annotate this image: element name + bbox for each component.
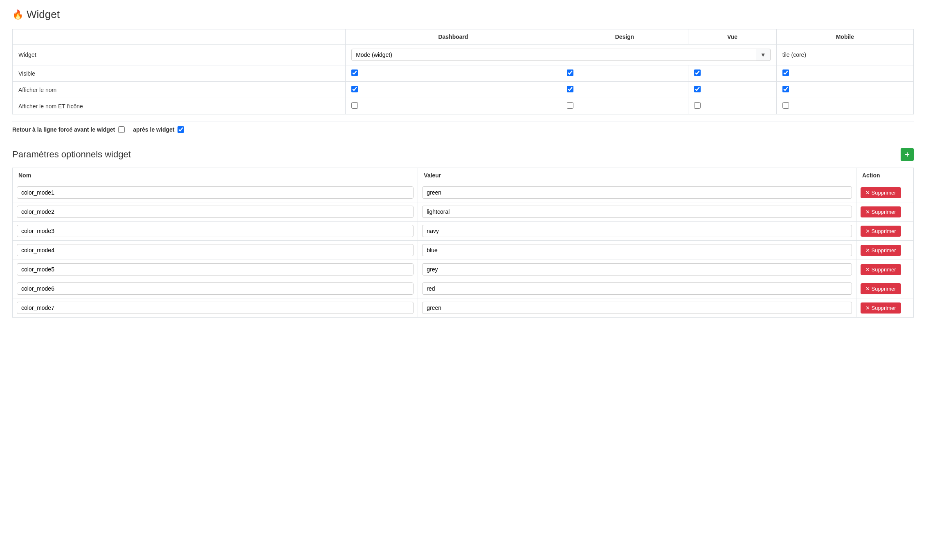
delete-button-4[interactable]: ✕ Supprimer bbox=[861, 264, 901, 275]
param-nom-input-4[interactable] bbox=[17, 263, 414, 276]
param-valeur-cell-1 bbox=[418, 202, 856, 222]
table-row: ✕ Supprimer bbox=[13, 298, 914, 318]
afficher-nom-vue-cell bbox=[688, 82, 777, 98]
param-nom-cell-0 bbox=[13, 183, 418, 202]
param-valeur-input-0[interactable] bbox=[422, 186, 852, 199]
col-header-nom: Nom bbox=[13, 168, 418, 183]
linebreak-after-checkbox[interactable] bbox=[178, 126, 184, 133]
delete-button-5[interactable]: ✕ Supprimer bbox=[861, 283, 901, 294]
afficher-nom-dashboard-checkbox[interactable] bbox=[351, 86, 358, 92]
param-valeur-cell-4 bbox=[418, 260, 856, 279]
linebreak-after-label: après le widget bbox=[133, 126, 174, 133]
table-row: ✕ Supprimer bbox=[13, 260, 914, 279]
table-row-visible: Visible bbox=[13, 65, 914, 82]
param-nom-cell-6 bbox=[13, 298, 418, 318]
afficher-icone-mobile-checkbox[interactable] bbox=[782, 102, 789, 109]
param-action-cell-4: ✕ Supprimer bbox=[856, 260, 914, 279]
param-nom-cell-4 bbox=[13, 260, 418, 279]
delete-button-6[interactable]: ✕ Supprimer bbox=[861, 302, 901, 314]
param-valeur-cell-6 bbox=[418, 298, 856, 318]
params-table: Nom Valeur Action ✕ Supprimer✕ Supprimer… bbox=[12, 168, 914, 318]
delete-button-1[interactable]: ✕ Supprimer bbox=[861, 206, 901, 217]
param-valeur-input-5[interactable] bbox=[422, 282, 852, 295]
afficher-nom-mobile-checkbox[interactable] bbox=[782, 86, 789, 92]
param-valeur-input-1[interactable] bbox=[422, 206, 852, 218]
param-nom-cell-1 bbox=[13, 202, 418, 222]
param-valeur-cell-3 bbox=[418, 241, 856, 260]
col-header-action: Action bbox=[856, 168, 914, 183]
param-nom-cell-3 bbox=[13, 241, 418, 260]
param-nom-input-0[interactable] bbox=[17, 186, 414, 199]
col-header-empty bbox=[13, 29, 346, 45]
linebreak-before-item: Retour à la ligne forcé avant le widget bbox=[12, 126, 125, 133]
widget-select-cell: Mode (widget) ▼ bbox=[346, 45, 777, 65]
linebreak-before-checkbox[interactable] bbox=[118, 126, 125, 133]
param-action-cell-5: ✕ Supprimer bbox=[856, 279, 914, 298]
col-header-mobile: Mobile bbox=[776, 29, 913, 45]
param-valeur-input-3[interactable] bbox=[422, 244, 852, 256]
afficher-nom-design-checkbox[interactable] bbox=[567, 86, 573, 92]
afficher-icone-dashboard-checkbox[interactable] bbox=[351, 102, 358, 109]
afficher-nom-dashboard-cell bbox=[346, 82, 561, 98]
section-optional-params: Paramètres optionnels widget + bbox=[12, 148, 914, 161]
afficher-icone-dashboard-cell bbox=[346, 98, 561, 114]
param-nom-input-6[interactable] bbox=[17, 302, 414, 314]
visible-vue-checkbox[interactable] bbox=[694, 69, 701, 76]
table-row-widget: Widget Mode (widget) ▼ tile (core) bbox=[13, 45, 914, 65]
col-header-dashboard: Dashboard bbox=[346, 29, 561, 45]
table-row: ✕ Supprimer bbox=[13, 222, 914, 241]
param-action-cell-2: ✕ Supprimer bbox=[856, 222, 914, 241]
section-title-text: Paramètres optionnels widget bbox=[12, 149, 131, 160]
table-row-afficher-nom-icone: Afficher le nom ET l'icône bbox=[13, 98, 914, 114]
params-table-header: Nom Valeur Action bbox=[13, 168, 914, 183]
param-nom-cell-5 bbox=[13, 279, 418, 298]
param-valeur-cell-2 bbox=[418, 222, 856, 241]
delete-button-0[interactable]: ✕ Supprimer bbox=[861, 187, 901, 198]
visible-design-cell bbox=[561, 65, 688, 82]
delete-button-3[interactable]: ✕ Supprimer bbox=[861, 245, 901, 256]
linebreak-before-label: Retour à la ligne forcé avant le widget bbox=[12, 126, 115, 133]
table-row: ✕ Supprimer bbox=[13, 279, 914, 298]
widget-mode-select[interactable]: Mode (widget) bbox=[351, 49, 756, 61]
param-valeur-cell-5 bbox=[418, 279, 856, 298]
linebreak-row: Retour à la ligne forcé avant le widget … bbox=[12, 121, 914, 138]
col-header-valeur: Valeur bbox=[418, 168, 856, 183]
visible-mobile-cell bbox=[776, 65, 913, 82]
param-nom-cell-2 bbox=[13, 222, 418, 241]
visible-dashboard-checkbox[interactable] bbox=[351, 69, 358, 76]
param-nom-input-5[interactable] bbox=[17, 282, 414, 295]
visible-vue-cell bbox=[688, 65, 777, 82]
param-valeur-input-2[interactable] bbox=[422, 225, 852, 237]
row-label-widget: Widget bbox=[13, 45, 346, 65]
add-param-button[interactable]: + bbox=[901, 148, 914, 161]
param-nom-input-1[interactable] bbox=[17, 206, 414, 218]
afficher-icone-vue-cell bbox=[688, 98, 777, 114]
title-text: Widget bbox=[27, 8, 60, 21]
table-row: ✕ Supprimer bbox=[13, 183, 914, 202]
linebreak-after-item: après le widget bbox=[133, 126, 184, 133]
table-row: ✕ Supprimer bbox=[13, 202, 914, 222]
param-valeur-input-6[interactable] bbox=[422, 302, 852, 314]
visible-design-checkbox[interactable] bbox=[567, 69, 573, 76]
visible-dashboard-cell bbox=[346, 65, 561, 82]
table-row: ✕ Supprimer bbox=[13, 241, 914, 260]
afficher-icone-vue-checkbox[interactable] bbox=[694, 102, 701, 109]
settings-table: Dashboard Design Vue Mobile Widget Mode … bbox=[12, 29, 914, 114]
param-valeur-cell-0 bbox=[418, 183, 856, 202]
param-action-cell-1: ✕ Supprimer bbox=[856, 202, 914, 222]
afficher-icone-design-cell bbox=[561, 98, 688, 114]
afficher-nom-vue-checkbox[interactable] bbox=[694, 86, 701, 92]
drop-icon: 🔥 bbox=[12, 9, 23, 20]
row-label-afficher-nom-icone: Afficher le nom ET l'icône bbox=[13, 98, 346, 114]
widget-select-dropdown-btn[interactable]: ▼ bbox=[756, 49, 771, 61]
afficher-icone-design-checkbox[interactable] bbox=[567, 102, 573, 109]
afficher-nom-design-cell bbox=[561, 82, 688, 98]
afficher-icone-mobile-cell bbox=[776, 98, 913, 114]
param-nom-input-3[interactable] bbox=[17, 244, 414, 256]
param-valeur-input-4[interactable] bbox=[422, 263, 852, 276]
param-nom-input-2[interactable] bbox=[17, 225, 414, 237]
table-row-afficher-nom: Afficher le nom bbox=[13, 82, 914, 98]
param-action-cell-6: ✕ Supprimer bbox=[856, 298, 914, 318]
visible-mobile-checkbox[interactable] bbox=[782, 69, 789, 76]
delete-button-2[interactable]: ✕ Supprimer bbox=[861, 226, 901, 237]
